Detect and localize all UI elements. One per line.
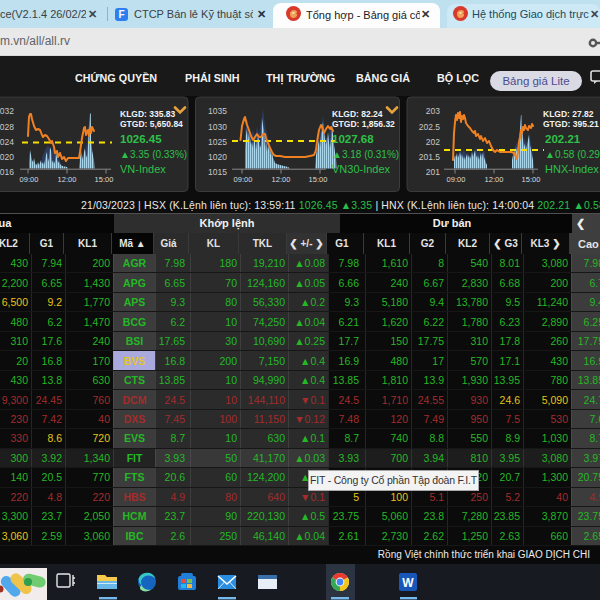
svg-text:09:00: 09:00 (234, 175, 253, 184)
svg-text:▲3.18 (0.31%): ▲3.18 (0.31%) (332, 149, 399, 160)
svg-text:1026.45: 1026.45 (120, 133, 162, 145)
svg-text:VN-Index: VN-Index (120, 163, 166, 175)
svg-text:1016: 1016 (0, 167, 14, 177)
svg-text:202.21: 202.21 (545, 133, 581, 145)
svg-text:1020: 1020 (208, 152, 227, 162)
svg-text:1032: 1032 (0, 106, 14, 116)
svg-text:GTGD: 5,650.84: GTGD: 5,650.84 (120, 119, 183, 129)
svg-text:1015: 1015 (208, 167, 227, 177)
svg-text:1024: 1024 (0, 137, 14, 147)
svg-text:1035: 1035 (208, 106, 227, 116)
svg-text:KLGD: 82.24: KLGD: 82.24 (332, 109, 383, 119)
svg-text:202.5: 202.5 (419, 122, 441, 132)
svg-text:09:00: 09:00 (20, 175, 39, 184)
svg-text:12:00: 12:00 (58, 175, 77, 184)
svg-text:HNX-Index: HNX-Index (545, 163, 599, 175)
svg-text:1020: 1020 (0, 152, 14, 162)
svg-text:1025: 1025 (208, 137, 227, 147)
svg-text:1027.68: 1027.68 (332, 133, 374, 145)
svg-text:GTGD: 1,856.32: GTGD: 1,856.32 (332, 119, 395, 129)
svg-text:202: 202 (426, 137, 440, 147)
svg-text:15:00: 15:00 (95, 175, 114, 184)
svg-text:201.5: 201.5 (419, 152, 441, 162)
svg-text:15:00: 15:00 (522, 175, 541, 184)
svg-text:KLGD: 335.83: KLGD: 335.83 (120, 109, 176, 119)
svg-text:15:00: 15:00 (309, 175, 328, 184)
svg-text:12:00: 12:00 (485, 175, 504, 184)
svg-text:12:00: 12:00 (272, 175, 291, 184)
svg-text:203: 203 (426, 106, 440, 116)
svg-text:KLGD: 27.82: KLGD: 27.82 (543, 109, 594, 119)
svg-text:1028: 1028 (0, 122, 14, 132)
svg-text:201: 201 (426, 167, 440, 177)
svg-text:GTGD: 395.21: GTGD: 395.21 (543, 119, 599, 129)
svg-text:09:00: 09:00 (447, 175, 466, 184)
svg-text:VN30-Index: VN30-Index (332, 163, 391, 175)
svg-text:▲0.58 (0.29%): ▲0.58 (0.29%) (545, 149, 600, 160)
svg-text:1030: 1030 (208, 122, 227, 132)
svg-text:W: W (402, 576, 414, 590)
svg-text:▲3.35 (0.33%): ▲3.35 (0.33%) (120, 149, 187, 160)
